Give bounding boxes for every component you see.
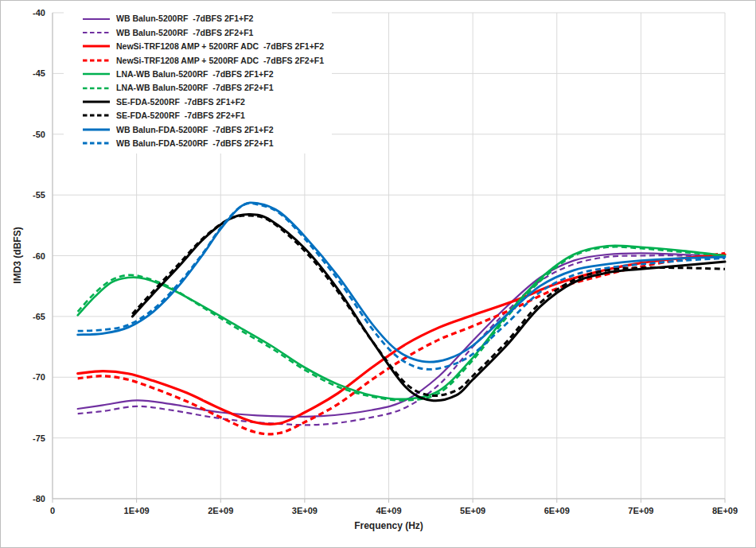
legend-label: SE-FDA-5200RF -7dBFS 2F1+F2 xyxy=(116,98,245,107)
x-tick-label: 7E+09 xyxy=(628,506,653,515)
legend-solid-line-swatch xyxy=(82,127,111,132)
x-tick-label: 3E+09 xyxy=(292,506,318,515)
x-tick-label: 6E+09 xyxy=(544,506,570,515)
x-axis-title: Frequency (Hz) xyxy=(53,520,725,531)
legend-solid-line-swatch xyxy=(82,99,111,104)
y-tick-label: -65 xyxy=(33,312,45,321)
x-tick-label: 4E+09 xyxy=(376,506,401,515)
legend-item: WB Balun-FDA-5200RF -7dBFS 2F1+F2 xyxy=(64,122,324,136)
legend-dashed-line-swatch xyxy=(82,30,111,35)
legend-label: LNA-WB Balun-5200RF -7dBFS 2F2+F1 xyxy=(116,84,274,92)
y-tick-label: -60 xyxy=(33,251,45,261)
legend-label: LNA-WB Balun-5200RF -7dBFS 2F1+F2 xyxy=(116,70,274,79)
legend-item: WB Balun-5200RF -7dBFS 2F2+F1 xyxy=(64,25,324,39)
series-line-0 xyxy=(78,253,725,416)
legend-item: NewSi-TRF1208 AMP + 5200RF ADC -7dBFS 2F… xyxy=(64,53,324,67)
legend-dashed-line-swatch xyxy=(82,58,111,63)
legend-item: NewSi-TRF1208 AMP + 5200RF ADC -7dBFS 2F… xyxy=(64,40,324,53)
legend-label: WB Balun-5200RF -7dBFS 2F1+F2 xyxy=(116,14,253,23)
legend-label: NewSi-TRF1208 AMP + 5200RF ADC -7dBFS 2F… xyxy=(116,42,324,51)
series-line-9 xyxy=(78,204,725,370)
y-tick-label: -75 xyxy=(33,433,45,443)
y-tick-label: -80 xyxy=(33,494,45,503)
series-line-6 xyxy=(132,215,725,401)
x-tick-label: 0 xyxy=(50,506,55,515)
x-tick-label: 5E+09 xyxy=(460,506,485,515)
legend-label: WB Balun-FDA-5200RF -7dBFS 2F2+F1 xyxy=(116,139,274,148)
legend-item: WB Balun-5200RF -7dBFS 2F1+F2 xyxy=(64,12,324,25)
series-line-3 xyxy=(78,253,725,433)
legend-solid-line-swatch xyxy=(82,72,111,76)
y-tick-label: -70 xyxy=(33,372,45,382)
y-tick-label: -50 xyxy=(33,130,45,139)
legend-item: SE-FDA-5200RF -7dBFS 2F1+F2 xyxy=(64,95,324,108)
legend-label: WB Balun-5200RF -7dBFS 2F2+F1 xyxy=(116,29,253,37)
x-tick-label: 2E+09 xyxy=(208,506,233,515)
x-tick-label: 8E+09 xyxy=(712,506,738,515)
y-tick-label: -40 xyxy=(33,8,45,17)
chart-legend: WB Balun-5200RF -7dBFS 2F1+F2WB Balun-52… xyxy=(64,9,332,154)
legend-item: LNA-WB Balun-5200RF -7dBFS 2F1+F2 xyxy=(64,68,324,81)
legend-solid-line-swatch xyxy=(82,17,111,21)
series-line-8 xyxy=(78,203,725,362)
legend-solid-line-swatch xyxy=(82,44,111,49)
y-tick-label: -45 xyxy=(33,68,45,78)
legend-label: SE-FDA-5200RF -7dBFS 2F2+F1 xyxy=(116,111,245,120)
x-tick-label: 1E+09 xyxy=(124,506,150,515)
imd3-vs-frequency-chart: -40-45-50-55-60-65-70-75-8001E+092E+093E… xyxy=(0,0,756,548)
legend-dashed-line-swatch xyxy=(82,86,111,91)
y-axis-title: IMD3 (dBFS) xyxy=(12,227,23,283)
legend-item: WB Balun-FDA-5200RF -7dBFS 2F2+F1 xyxy=(64,137,324,150)
legend-item: SE-FDA-5200RF -7dBFS 2F2+F1 xyxy=(64,109,324,122)
legend-label: WB Balun-FDA-5200RF -7dBFS 2F1+F2 xyxy=(116,126,274,134)
legend-label: NewSi-TRF1208 AMP + 5200RF ADC -7dBFS 2F… xyxy=(116,56,324,65)
legend-dashed-line-swatch xyxy=(82,113,111,118)
legend-item: LNA-WB Balun-5200RF -7dBFS 2F2+F1 xyxy=(64,81,324,95)
y-tick-label: -55 xyxy=(33,190,45,200)
legend-dashed-line-swatch xyxy=(82,141,111,146)
